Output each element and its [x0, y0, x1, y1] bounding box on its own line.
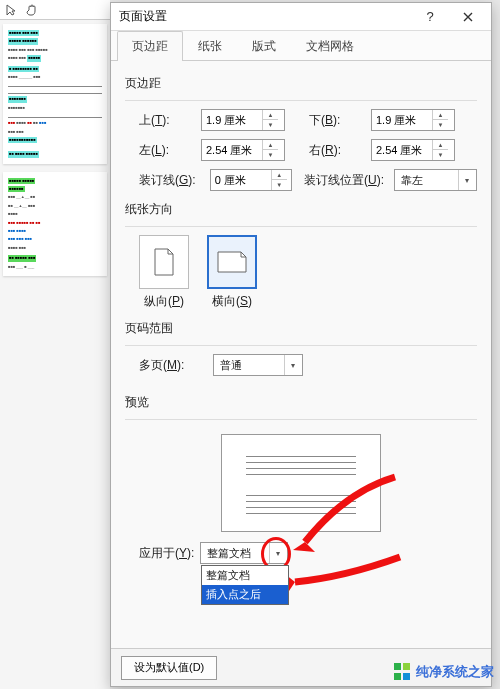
app-toolbar — [0, 0, 110, 20]
combo-apply-to[interactable]: 整篇文档 ▾ 整篇文档 插入点之后 — [200, 542, 288, 564]
label-gutter-pos: 装订线位置(U): — [304, 172, 394, 189]
label-top: 上(T): — [139, 112, 201, 129]
input-bottom[interactable] — [372, 110, 432, 130]
orientation-landscape[interactable]: 横向(S) — [207, 235, 257, 310]
preview-group — [125, 419, 477, 532]
tab-margins[interactable]: 页边距 — [117, 31, 183, 61]
apply-to-row: 应用于(Y): 整篇文档 ▾ 整篇文档 插入点之后 — [125, 542, 477, 564]
portrait-icon — [153, 247, 175, 277]
apply-to-dropdown: 整篇文档 插入点之后 — [201, 565, 289, 605]
dialog-tabs: 页边距 纸张 版式 文档网格 — [111, 31, 491, 61]
annotation-arrow-2 — [275, 552, 405, 602]
pages-group: 多页(M): 普通 ▾ — [125, 345, 477, 376]
label-right: 右(R): — [309, 142, 371, 159]
label-left: 左(L): — [139, 142, 201, 159]
combo-gutter-pos[interactable]: 靠左 ▾ — [394, 169, 477, 191]
spinner-top[interactable]: ▲▼ — [201, 109, 285, 131]
input-right[interactable] — [372, 140, 432, 160]
cursor-icon[interactable] — [6, 4, 16, 16]
apply-option-after-cursor[interactable]: 插入点之后 — [202, 585, 288, 604]
spin-down-icon[interactable]: ▼ — [263, 120, 278, 130]
document-background: ■■■■■ ■■■ ■■■ ■■■■■ ■■■■■■ ■■■■ ■■■ ■■■ … — [0, 20, 110, 689]
spinner-right[interactable]: ▲▼ — [371, 139, 455, 161]
dialog-footer: 设为默认值(D) — [111, 648, 491, 686]
hand-icon[interactable] — [26, 4, 38, 16]
chevron-down-icon: ▾ — [458, 170, 474, 190]
label-multipage: 多页(M): — [139, 357, 213, 374]
dialog-body: 页边距 上(T): ▲▼ 下(B): ▲▼ 左(L): ▲▼ — [111, 61, 491, 648]
dialog-titlebar: 页面设置 ? — [111, 3, 491, 31]
chevron-down-icon: ▾ — [269, 543, 285, 563]
help-button[interactable]: ? — [411, 4, 449, 30]
tab-grid[interactable]: 文档网格 — [291, 31, 369, 61]
orientation-portrait[interactable]: 纵向(P) — [139, 235, 189, 310]
section-margins-title: 页边距 — [125, 75, 477, 92]
close-button[interactable] — [449, 4, 487, 30]
portrait-label: 纵向(P) — [144, 293, 184, 310]
orientation-group: 纵向(P) 横向(S) — [125, 226, 477, 310]
spinner-left[interactable]: ▲▼ — [201, 139, 285, 161]
label-gutter: 装订线(G): — [139, 172, 210, 189]
input-gutter[interactable] — [211, 170, 271, 190]
section-preview-title: 预览 — [125, 394, 477, 411]
landscape-label: 横向(S) — [212, 293, 252, 310]
input-left[interactable] — [202, 140, 262, 160]
preview-page — [221, 434, 381, 532]
spinner-gutter[interactable]: ▲▼ — [210, 169, 293, 191]
multipage-value: 普通 — [216, 358, 284, 373]
landscape-icon — [216, 250, 248, 274]
tab-paper[interactable]: 纸张 — [183, 31, 237, 61]
section-orientation-title: 纸张方向 — [125, 201, 477, 218]
page-setup-dialog: 页面设置 ? 页边距 纸张 版式 文档网格 页边距 上(T): ▲▼ 下(B): — [110, 2, 492, 687]
dialog-title: 页面设置 — [115, 8, 411, 25]
tab-layout[interactable]: 版式 — [237, 31, 291, 61]
gutter-pos-value: 靠左 — [397, 173, 458, 188]
close-icon — [463, 12, 473, 22]
label-apply-to: 应用于(Y): — [139, 545, 194, 562]
section-pages-title: 页码范围 — [125, 320, 477, 337]
label-bottom: 下(B): — [309, 112, 371, 129]
set-default-button[interactable]: 设为默认值(D) — [121, 656, 217, 680]
spin-up-icon[interactable]: ▲ — [263, 110, 278, 120]
chevron-down-icon: ▾ — [284, 355, 300, 375]
input-top[interactable] — [202, 110, 262, 130]
apply-option-whole-doc[interactable]: 整篇文档 — [202, 566, 288, 585]
combo-multipage[interactable]: 普通 ▾ — [213, 354, 303, 376]
spinner-bottom[interactable]: ▲▼ — [371, 109, 455, 131]
margins-group: 上(T): ▲▼ 下(B): ▲▼ 左(L): ▲▼ — [125, 100, 477, 191]
apply-to-value: 整篇文档 — [203, 546, 269, 561]
